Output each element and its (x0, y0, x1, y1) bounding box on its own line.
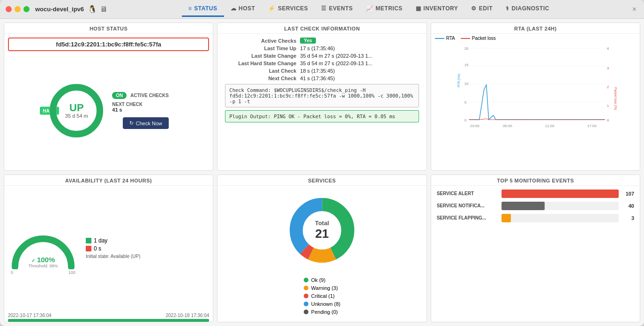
command-box: Check Command: $WOCUPLUGINSDIRS$/check_p… (225, 84, 419, 107)
event-bar-1 (502, 202, 545, 210)
host-label: wocu-devel_ipv6 (35, 6, 84, 13)
rta-legend: RTA Packet loss (435, 36, 636, 41)
next-check-value: 41 s (112, 107, 169, 113)
services-panel: SERVICES (217, 174, 427, 323)
state-label: UP (65, 103, 88, 113)
server-icon: 🖥 (100, 5, 107, 14)
services-donut-label: Total 21 (315, 220, 329, 241)
nav-tabs: ≡ STATUS ☁ HOST ⚡ SERVICES ☰ EVENTS 📈 ME… (107, 1, 630, 17)
edit-tab-icon: ⚙ (471, 5, 477, 12)
plugin-output-box: Plugin Output: PING OK - Packet loss = 0… (225, 110, 419, 122)
top5-panel: TOP 5 MONITORING EVENTS SERVICE ALERT 10… (431, 174, 640, 323)
event-name-2: SERVICE FLAPPING... (437, 215, 498, 220)
scale-min: 0 (11, 270, 13, 275)
date-range: 2022-10-17 17:36:04 2022-10-18 17:36:04 (8, 311, 209, 318)
svg-text:3: 3 (607, 66, 609, 70)
event-row-0: SERVICE ALERT 107 (437, 190, 634, 198)
legend-red-square (86, 246, 91, 251)
date-end: 2022-10-18 17:36:04 (165, 313, 209, 318)
event-count-2: 3 (622, 215, 634, 221)
warning-dot (304, 286, 308, 290)
tab-events[interactable]: ☰ EVENTS (315, 1, 359, 17)
top5-title: TOP 5 MONITORING EVENTS (431, 175, 640, 186)
event-name-1: SERVICE NOTIFICA... (437, 203, 498, 208)
tab-services[interactable]: ⚡ SERVICES (262, 1, 315, 17)
event-bar-wrap-0 (502, 190, 619, 198)
app-window: wocu-devel_ipv6 🐧 🖥 ≡ STATUS ☁ HOST ⚡ SE… (0, 0, 644, 326)
svg-text:1: 1 (607, 104, 609, 108)
host-status-body: fd5d:12c9:2201:1:bc9c:f8ff:fe5c:57fa HAR… (4, 34, 213, 170)
toggle-on-badge: ON (112, 92, 127, 99)
svg-text:05:00: 05:00 (502, 124, 512, 128)
tab-diagnostic[interactable]: ⚕ DIAGNOSTIC (499, 1, 556, 17)
tab-host[interactable]: ☁ HOST (224, 1, 262, 17)
yes-badge: Yes (300, 38, 315, 44)
availability-body: ✓ 100% Threshold: 98% 0 100 1 day (4, 186, 213, 322)
last-check-panel: LAST CHECK INFORMATION Active Checks Yes… (217, 23, 427, 171)
svg-text:15: 15 (464, 63, 468, 67)
lci-next-check-label: Next Check (225, 76, 300, 81)
lci-last-hard-state-value: 35 d 54 m 27 s (2022-09-13 1... (300, 61, 372, 66)
tab-inventory[interactable]: ▦ INVENTORY (409, 1, 464, 17)
rta-legend-packet-loss: Packet loss (461, 36, 496, 41)
host-icons: 🐧 🖥 (88, 5, 107, 14)
initial-state-label: Initial state: Available (UP) (86, 254, 141, 259)
lci-last-check-label: Last Check (225, 68, 300, 74)
check-info: ON ACTIVE CHECKS NEXT CHECK 41 s ↻ Check… (112, 92, 169, 129)
svg-text:5: 5 (464, 100, 466, 105)
svg-text:Packet loss (%): Packet loss (%) (613, 87, 617, 110)
svc-legend-unknown: Unknown (8) (304, 301, 340, 307)
date-start: 2022-10-17 17:36:04 (8, 313, 52, 318)
svg-text:0: 0 (464, 118, 466, 122)
legend-green-square (86, 238, 91, 243)
event-row-1: SERVICE NOTIFICA... 40 (437, 202, 634, 210)
tab-status[interactable]: ≡ STATUS (182, 1, 224, 17)
tab-metrics[interactable]: 📈 METRICS (359, 1, 409, 17)
services-legend: Ok (9) Warning (3) Critical (1) Unknown … (304, 277, 340, 315)
event-name-0: SERVICE ALERT (437, 191, 498, 196)
close-icon[interactable]: × (630, 3, 638, 15)
lci-last-up-value: 17 s (17:35:46) (300, 45, 335, 51)
next-check-row: NEXT CHECK 41 s (112, 102, 169, 113)
availability-legend: 1 day 0 s Initial state: Available (UP) (86, 237, 141, 259)
refresh-icon: ↻ (129, 120, 134, 126)
threshold-label: Threshold: 98% (28, 264, 58, 268)
metrics-tab-icon: 📈 (366, 5, 374, 12)
minimize-window-button[interactable] (15, 6, 21, 12)
svg-text:11:00: 11:00 (545, 124, 554, 128)
donut-text: UP 35 d 54 m (65, 103, 88, 119)
svg-text:17:00: 17:00 (587, 124, 597, 128)
close-window-button[interactable] (6, 6, 12, 12)
maximize-window-button[interactable] (23, 6, 30, 12)
host-tab-icon: ☁ (231, 5, 237, 12)
rta-line-red (461, 38, 470, 39)
tab-edit[interactable]: ⚙ EDIT (464, 1, 499, 17)
services-body: Total 21 Ok (9) Warning (3) C (217, 186, 426, 322)
duration-label: 35 d 54 m (65, 113, 88, 119)
svg-text:20: 20 (464, 46, 468, 51)
last-check-body: Active Checks Yes Last Time Up 17 s (17:… (217, 34, 426, 126)
event-count-0: 107 (622, 191, 634, 197)
services-title: SERVICES (217, 175, 426, 186)
rta-chart-svg: 20 15 10 5 0 4 3 2 1 0 RTA (ms) Packet l… (435, 43, 636, 146)
active-checks-label: ACTIVE CHECKS (130, 93, 169, 98)
avail-legend-1day: 1 day (86, 237, 141, 244)
lci-row-last-check: Last Check 18 s (17:35:45) (225, 68, 419, 74)
rta-chart-area: RTA Packet loss 20 15 10 5 0 4 3 (431, 34, 640, 170)
check-now-button[interactable]: ↻ Check Now (123, 117, 169, 129)
lci-last-state-value: 35 d 54 m 27 s (2022-09-13 1... (300, 53, 372, 59)
host-status-title: HOST STATUS (4, 23, 213, 34)
next-check-label: NEXT CHECK (112, 102, 169, 107)
rta-panel: RTA (LAST 24H) RTA Packet loss 20 15 (431, 23, 640, 171)
svc-legend-warning: Warning (3) (304, 285, 340, 291)
scale-max: 100 (68, 270, 75, 275)
host-status-panel: HOST STATUS fd5d:12c9:2201:1:bc9c:f8ff:f… (4, 23, 213, 171)
svg-text:0: 0 (607, 118, 609, 122)
lci-last-check-value: 18 s (17:35:45) (300, 68, 335, 74)
svc-legend-critical: Critical (1) (304, 293, 340, 299)
services-donut-wrap: Total 21 (285, 193, 359, 268)
lci-row-last-hard-state: Last Hard State Change 35 d 54 m 27 s (2… (225, 61, 419, 66)
rta-line-blue (435, 38, 444, 39)
rta-legend-rta: RTA (435, 36, 455, 41)
unknown-dot (304, 302, 308, 306)
